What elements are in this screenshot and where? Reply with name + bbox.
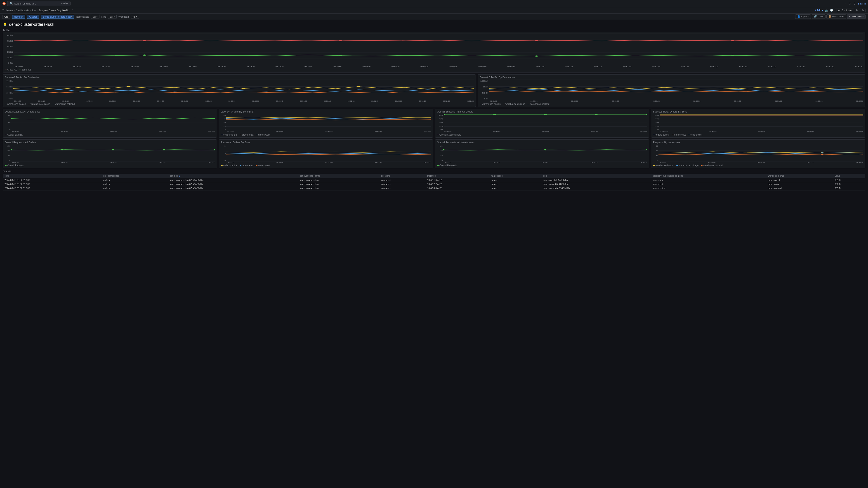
col-time[interactable]: Time <box>3 174 101 178</box>
cell-value: 685 B <box>833 186 865 191</box>
cell-instance: 10.42.2.7:4191 <box>426 182 489 186</box>
cell-dst_zone: zone-east <box>379 178 426 182</box>
search-bar[interactable]: 🔍 Search or jump to... cmd+k <box>7 1 70 6</box>
col-dst-pod[interactable]: dst_pod ↕ <box>168 174 298 178</box>
col-workload-name[interactable]: workload_name <box>766 174 833 178</box>
cell-dst_pod: warehouse-boston-67d45b86dd-... <box>168 186 298 191</box>
workloads-button[interactable]: ⚙ Workloads <box>847 14 866 19</box>
svg-point-20 <box>127 86 130 87</box>
help-icon[interactable]: ? <box>854 2 855 5</box>
legend-cross-az: Cross-AZ <box>5 68 17 71</box>
latency-success-row: Overall Latency: All Orders (ms) 2001000 <box>3 109 865 138</box>
refresh-icon[interactable]: ↻ <box>856 9 858 12</box>
sort-icon: ↕ <box>179 175 180 177</box>
y-label-2k: 2 Kib/s <box>5 51 13 53</box>
hamburger-icon[interactable]: ☰ <box>2 9 4 12</box>
svg-point-61 <box>112 149 114 151</box>
cell-dst_namespace: orders <box>101 178 168 182</box>
latency-zone-title: Latency: Orders By Zone (ms) <box>221 110 431 113</box>
svg-point-79 <box>821 153 824 154</box>
traffic-svg <box>14 33 863 65</box>
demos-filter[interactable]: demos ▾ <box>12 15 25 19</box>
requests-warehouse-panel: Requests By Warehouse 6040200 <box>651 139 865 168</box>
cross-az-legend: warehouse-boston warehouse-chicago wareh… <box>480 103 863 105</box>
breadcrumb-user[interactable]: Tom <box>32 9 36 12</box>
col-value[interactable]: Value <box>833 174 865 178</box>
az-charts-row: Same-AZ Traffic: By Destination 768 B/s5… <box>3 74 865 107</box>
same-az-panel: Same-AZ Traffic: By Destination 768 B/s5… <box>3 74 476 107</box>
col-namespace[interactable]: namespace <box>489 174 541 178</box>
kind-filter[interactable]: All ▾ <box>108 15 116 19</box>
cell-dst_namespace: orders <box>101 182 168 186</box>
col-instance[interactable]: instance <box>426 174 489 178</box>
breadcrumb-actions: + Add ▾ 📺 🕐 Last 5 minutes ↻ 5s <box>815 8 866 12</box>
namespace-label: Namespace <box>76 15 89 18</box>
table-row: 2024-03-18 08:52:51.988orderswarehouse-b… <box>3 186 865 191</box>
svg-point-9 <box>339 40 342 41</box>
agents-button[interactable]: 👤 Agents <box>795 14 811 19</box>
links-button[interactable]: 🔗 Links <box>812 14 826 19</box>
breadcrumb-dashboards[interactable]: Dashboards <box>16 9 29 12</box>
cell-pod: orders-central-b9945bd97-... <box>541 186 651 191</box>
col-topology[interactable]: topology_kubernetes_io_zone <box>651 174 766 178</box>
refresh-label[interactable]: Last 5 minutes <box>835 8 855 12</box>
svg-point-49 <box>646 114 647 115</box>
plus-icon[interactable]: + <box>844 2 846 5</box>
search-placeholder: Search or jump to... <box>14 2 36 5</box>
cell-instance: 10.42.0.8:4191 <box>426 186 489 191</box>
svg-point-32 <box>112 118 114 119</box>
cluster-value-filter[interactable]: demo-cluster-orders-hazl ▾ <box>41 15 74 19</box>
table-section: All traffic Time dst_namespace dst_pod ↕… <box>3 170 865 191</box>
same-az-legend: warehouse-boston warehouse-chicago wareh… <box>5 103 474 105</box>
sign-in-button[interactable]: Sign In <box>858 2 866 5</box>
refresh-interval[interactable]: 5s <box>860 8 866 12</box>
col-dst-workload[interactable]: dst_workload_name <box>298 174 379 178</box>
traffic-table: Time dst_namespace dst_pod ↕ dst_workloa… <box>3 174 865 191</box>
namespace-filter[interactable]: All ▾ <box>91 15 99 19</box>
svg-point-14 <box>535 55 538 57</box>
breadcrumb: ☰ Home › Dashboards › Tom › Buoyant Brow… <box>0 7 868 13</box>
cell-workload_name: orders-central <box>766 186 833 191</box>
tv-icon[interactable]: 📺 <box>825 9 828 12</box>
table-row: 2024-03-18 08:52:51.988orderswarehouse-b… <box>3 178 865 182</box>
resources-button[interactable]: 📦 Resources <box>827 14 846 19</box>
svg-point-13 <box>339 55 342 56</box>
y-label-5k: 5 Kib/s <box>5 34 13 37</box>
legend-same-az: Same-AZ <box>19 68 31 71</box>
workload-filter[interactable]: All ▾ <box>131 15 139 19</box>
search-icon: 🔍 <box>10 2 13 5</box>
app-logo: G <box>2 2 6 5</box>
cross-az-panel: Cross-AZ Traffic: By Destination 1.50 Ki… <box>477 74 865 107</box>
y-label-4k: 4 Kib/s <box>5 40 13 42</box>
col-dst-zone[interactable]: dst_zone <box>379 174 426 178</box>
cell-dst_pod: warehouse-boston-67d45b86dd-... <box>168 182 298 186</box>
kind-label: Kind <box>101 15 106 18</box>
cell-topology_kubernetes_io_zone: zone-east <box>651 182 766 186</box>
clock-icon[interactable]: 🕐 <box>830 9 833 12</box>
cluster-filter[interactable]: Cluster <box>27 15 39 19</box>
timer-icon[interactable]: ⏱ <box>849 2 851 5</box>
svg-point-21 <box>242 88 245 89</box>
cell-value: 806 B <box>833 182 865 186</box>
cell-time: 2024-03-18 08:52:51.988 <box>3 178 101 182</box>
svg-point-80 <box>821 154 824 156</box>
svg-point-47 <box>544 114 547 115</box>
cell-workload_name: orders-east <box>766 182 833 186</box>
breadcrumb-sep-2: › <box>30 9 31 12</box>
breadcrumb-home[interactable]: Home <box>6 9 13 12</box>
search-shortcut: cmd+k <box>61 2 68 5</box>
requests-row: Overall Requests: All Orders 150100500 <box>3 139 865 168</box>
col-pod[interactable]: pod <box>541 174 651 178</box>
org-filter[interactable]: Org <box>2 15 10 19</box>
overall-requests-panel: Overall Requests: All Orders 150100500 <box>3 139 217 168</box>
svg-point-15 <box>731 55 734 56</box>
legend-same-az-label: Same-AZ <box>22 68 31 71</box>
svg-point-8 <box>143 40 146 41</box>
cell-value: 661 B <box>833 178 865 182</box>
add-button[interactable]: + Add ▾ <box>815 9 823 12</box>
legend-cross-az-label: Cross-AZ <box>7 68 17 71</box>
col-dst-namespace[interactable]: dst_namespace <box>101 174 168 178</box>
cell-dst_namespace: orders <box>101 186 168 191</box>
cell-pod: orders-east-85c4f78b9c-tx... <box>541 182 651 186</box>
share-icon[interactable]: ↗ <box>71 9 73 12</box>
